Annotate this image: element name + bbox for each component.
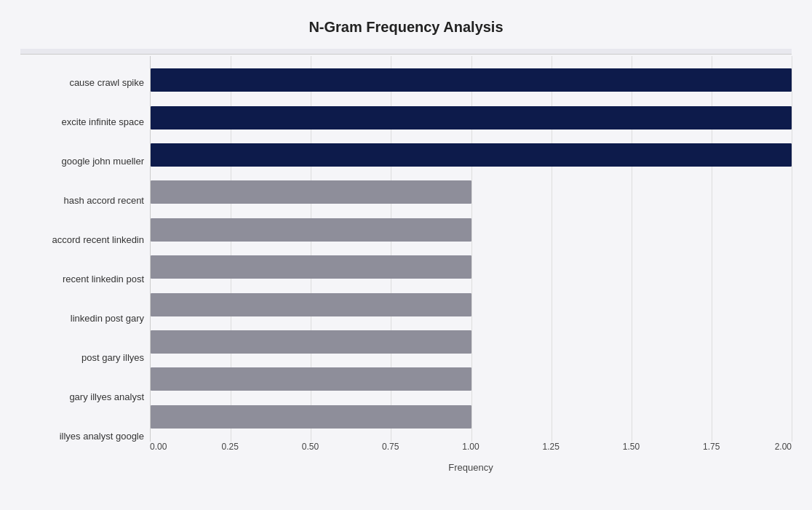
x-tick: 1.25 <box>543 442 560 452</box>
y-label: recent linkedin post <box>20 261 144 298</box>
y-label: accord recent linkedin <box>20 222 144 258</box>
y-label: gary illyes analyst <box>20 379 144 415</box>
bar-dark <box>151 143 792 167</box>
bar-row <box>151 290 792 320</box>
grid-and-bars <box>150 56 792 442</box>
bar-gray <box>151 405 471 429</box>
bar-row <box>151 364 792 394</box>
bar-row <box>151 65 792 95</box>
x-tick: 0.75 <box>382 442 399 452</box>
bar-gray <box>151 293 471 316</box>
bar-gray <box>151 255 471 279</box>
y-label: linkedin post gary <box>20 300 144 337</box>
y-axis-labels: cause crawl spikeexcite infinite spacego… <box>20 56 150 478</box>
y-label: illyes analyst google <box>20 418 144 455</box>
bar-gray <box>151 330 471 354</box>
bar-row <box>151 215 792 245</box>
bar-row <box>151 252 792 282</box>
chart-area: cause crawl spikeexcite infinite spacego… <box>20 56 792 478</box>
x-tick: 1.75 <box>703 442 720 452</box>
bar-gray <box>151 180 471 204</box>
bar-row <box>151 402 792 432</box>
top-border-bar <box>20 49 792 55</box>
y-label: hash accord recent <box>20 183 144 219</box>
chart-title: N-Gram Frequency Analysis <box>20 19 792 36</box>
chart-container: N-Gram Frequency Analysis cause crawl sp… <box>6 4 806 506</box>
y-label: cause crawl spike <box>20 65 144 101</box>
bar-dark <box>151 106 792 130</box>
x-tick: 0.50 <box>302 442 319 452</box>
bar-dark <box>151 68 792 92</box>
bar-gray <box>151 218 471 242</box>
y-label: google john mueller <box>20 143 144 180</box>
x-tick: 0.25 <box>222 442 239 452</box>
x-axis-label: Frequency <box>150 462 792 473</box>
bar-row <box>151 103 792 133</box>
bar-row <box>151 177 792 207</box>
x-ticks-container: 0.000.250.500.751.001.251.501.752.00 <box>150 442 792 459</box>
x-axis: 0.000.250.500.751.001.251.501.752.00 Fre… <box>150 442 792 478</box>
grid-line <box>792 56 792 442</box>
bars-and-xaxis: 0.000.250.500.751.001.251.501.752.00 Fre… <box>150 56 792 478</box>
bar-row <box>151 140 792 170</box>
y-label: post gary illyes <box>20 340 144 376</box>
bar-gray <box>151 367 471 391</box>
y-label: excite infinite space <box>20 104 144 140</box>
x-tick: 0.00 <box>150 442 167 452</box>
x-tick: 1.00 <box>462 442 479 452</box>
x-tick: 1.50 <box>623 442 640 452</box>
bar-row <box>151 327 792 357</box>
x-tick: 2.00 <box>775 442 792 452</box>
bars-wrapper <box>151 56 792 442</box>
